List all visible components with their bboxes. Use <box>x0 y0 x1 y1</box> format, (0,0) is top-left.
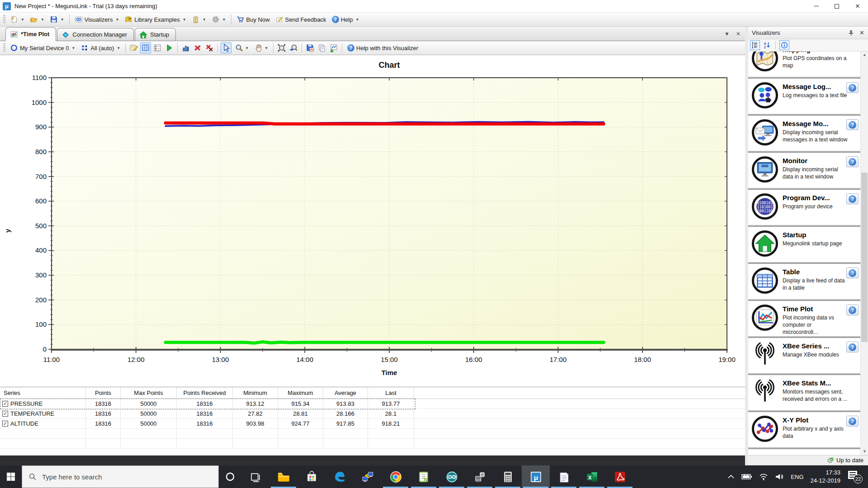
taskbar-app-explorer[interactable] <box>269 465 297 488</box>
chevron-down-icon: ▼ <box>222 18 226 22</box>
taskbar-search-input[interactable]: Type here to search <box>22 465 219 488</box>
select-tool-button[interactable] <box>221 42 231 53</box>
table-row[interactable]: ✓ALTITUDE183165000018316903.98924.77917.… <box>0 419 745 429</box>
series-checkbox[interactable]: ✓ <box>2 421 8 427</box>
visualizer-list-item-message-mo[interactable]: Message Mo...Display incoming serial mes… <box>748 116 860 151</box>
help-menu-button[interactable]: ? Help ▼ <box>330 15 362 24</box>
visualizer-list-item-program-dev[interactable]: 010010111010011001100Program Dev...Progr… <box>748 190 860 225</box>
table-row-empty[interactable] <box>0 439 745 449</box>
tab-close-icon[interactable]: ✕ <box>736 31 741 37</box>
new-project-button[interactable]: ▼ <box>8 14 27 24</box>
visualizer-list-item-time-plot[interactable]: Time PlotPlot incoming data vs computer … <box>748 301 860 336</box>
info-view-button[interactable] <box>779 40 789 50</box>
taskbar-app-store[interactable] <box>297 465 326 488</box>
show-legend-button[interactable] <box>152 42 163 53</box>
visualizer-list-item-startup[interactable]: StartupMegunolink startup page <box>748 227 860 262</box>
show-table-toggle[interactable] <box>140 42 151 53</box>
table-row-empty[interactable] <box>0 429 745 439</box>
tab-startup[interactable]: Startup <box>135 28 176 41</box>
taskbar-app-excel[interactable]: X <box>578 465 606 488</box>
taskbar-app-programmer[interactable] <box>466 465 494 488</box>
library-examples-button[interactable]: Library Examples ▼ <box>122 14 188 24</box>
open-project-button[interactable]: ▼ <box>28 14 47 24</box>
tab-connection-manager[interactable]: Connection Manager <box>57 28 134 41</box>
visualizer-list-item-table[interactable]: TableDisplay a live feed of data in a ta… <box>748 264 860 299</box>
save-plot-image-button[interactable] <box>305 42 316 53</box>
visualizer-help-button[interactable]: ? <box>846 416 859 427</box>
speaker-icon[interactable] <box>775 473 784 480</box>
taskbar-app-acrobat[interactable] <box>606 465 634 488</box>
cortana-button[interactable] <box>219 465 241 488</box>
visualizer-list-item-mapping[interactable]: MappingPlot GPS coordinates on a map <box>748 52 860 77</box>
send-feedback-button[interactable]: Send Feedback <box>273 14 329 24</box>
clear-all-button[interactable] <box>204 42 215 53</box>
run-button[interactable] <box>164 42 175 53</box>
taskbar-app-arduino[interactable] <box>438 465 466 488</box>
taskbar-app-notepad[interactable] <box>550 465 578 488</box>
tab-list-dropdown-icon[interactable]: ▼ <box>724 31 730 37</box>
connect-icon <box>361 470 374 483</box>
zoom-extents-button[interactable] <box>276 42 287 53</box>
buy-now-button[interactable]: Buy Now <box>234 14 272 24</box>
visualizer-help-button[interactable]: ? <box>846 305 859 315</box>
sort-alphabetical-button[interactable]: AZ <box>762 40 772 50</box>
tab-time-plot[interactable]: *Time Plot <box>5 27 56 41</box>
visualizer-help-button[interactable]: ? <box>846 82 859 93</box>
visualizer-help-button[interactable]: ? <box>846 342 859 352</box>
series-checkbox[interactable]: ✓ <box>2 411 8 417</box>
visualizer-help-button[interactable]: ? <box>846 267 859 278</box>
sidebar-close-icon[interactable]: ✕ <box>859 29 864 36</box>
zoom-previous-button[interactable] <box>288 42 299 53</box>
language-indicator[interactable]: ENG <box>791 474 803 480</box>
plot-properties-button[interactable] <box>128 42 139 53</box>
table-row[interactable]: ✓TEMPERATURE18316500001831627.8228.8128.… <box>0 409 745 419</box>
wifi-icon[interactable] <box>759 473 768 480</box>
taskbar-app-notepadpp[interactable]: N <box>410 465 438 488</box>
visualizer-help-button[interactable]: ? <box>846 156 859 167</box>
time-plot-chart[interactable]: 01002003004005006007008009001000110011:0… <box>0 55 744 386</box>
pan-tool-button[interactable]: ▼ <box>252 42 270 53</box>
visualizer-help-button[interactable]: ? <box>846 119 859 130</box>
scroll-down-icon[interactable]: ▼ <box>861 448 868 455</box>
taskbar-app-edge[interactable] <box>326 465 354 488</box>
table-row[interactable]: ✓PRESSURE183165000018316913.12915.34913.… <box>0 399 745 409</box>
close-button[interactable]: ✕ <box>847 0 868 12</box>
sidebar-scrollbar[interactable]: ▲ ▼ <box>860 52 868 455</box>
taskbar-app-megunolink[interactable]: μ <box>522 465 550 488</box>
copy-plot-button[interactable] <box>316 42 327 53</box>
group-view-button[interactable] <box>750 40 760 50</box>
visualizer-list-item-xbee-series[interactable]: XBee Series ...Manage XBee modules? <box>748 338 860 373</box>
visualizers-menu-button[interactable]: Visualizers ▼ <box>72 14 122 24</box>
visualizer-list-item-monitor[interactable]: MonitorDisplay incoming serial data in a… <box>748 153 860 188</box>
zoom-tool-button[interactable]: ▼ <box>232 42 251 53</box>
taskbar-app-connect[interactable] <box>354 465 382 488</box>
battery-icon[interactable] <box>741 474 752 480</box>
scroll-up-icon[interactable]: ▲ <box>861 52 868 58</box>
maximize-button[interactable] <box>826 0 847 12</box>
taskbar-app-taskview[interactable] <box>241 465 269 488</box>
visualizer-list-item-x-y-plot[interactable]: X-Y PlotPlot arbitrary x and y axis data… <box>748 412 860 447</box>
visualizer-list-item-xbee-stats-m[interactable]: XBee Stats M...Monitors messages sent, r… <box>748 375 860 410</box>
export-plot-button[interactable] <box>328 42 339 53</box>
clock[interactable]: 17:33 24-12-2019 <box>811 469 841 484</box>
taskbar-app-calculator[interactable] <box>494 465 522 488</box>
sketch-menu-button[interactable]: ▼ <box>189 14 208 24</box>
start-button[interactable] <box>0 465 22 488</box>
taskbar-app-chrome[interactable] <box>382 465 410 488</box>
series-checkbox[interactable]: ✓ <box>2 401 8 407</box>
channel-selector[interactable]: All (auto) ▼ <box>78 43 123 53</box>
scrollbar-thumb[interactable] <box>861 173 868 342</box>
visualizer-list-item-message-log[interactable]: Message Log...Log messages to a text fil… <box>748 79 860 114</box>
source-device-selector[interactable]: My Serial Device 0 ▼ <box>8 43 77 53</box>
notepad-icon <box>557 470 571 483</box>
minimize-button[interactable] <box>806 0 826 12</box>
clear-plot-button[interactable] <box>192 42 203 53</box>
tray-chevron-up-icon[interactable] <box>727 474 735 479</box>
pin-icon[interactable] <box>848 30 854 36</box>
notification-center-button[interactable]: 22 <box>847 470 863 483</box>
visualizer-help-button[interactable]: ? Help with this Visualizer <box>345 43 420 52</box>
settings-menu-button[interactable]: ▼ <box>209 14 228 24</box>
visualizer-help-button[interactable]: ? <box>846 193 859 204</box>
show-bar-chart-button[interactable] <box>180 42 191 53</box>
save-project-button[interactable]: ▼ <box>47 14 66 24</box>
